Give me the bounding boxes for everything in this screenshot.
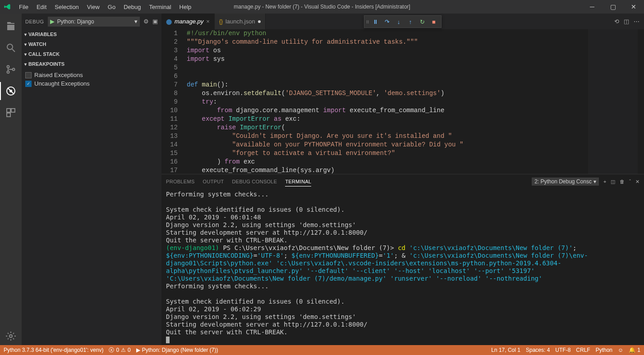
bottom-panel: PROBLEMS OUTPUT DEBUG CONSOLE TERMINAL 2… (161, 174, 644, 345)
status-python-env[interactable]: Python 3.7.3 64-bit ('env-django01': ven… (4, 347, 103, 353)
debug-console-icon[interactable]: ▣ (152, 18, 158, 25)
svg-point-11 (9, 335, 12, 337)
panel-tabs: PROBLEMS OUTPUT DEBUG CONSOLE TERMINAL 2… (161, 174, 644, 189)
panel-tab-terminal[interactable]: TERMINAL (285, 177, 311, 187)
line-gutter: 1234567891011121314151617 (161, 29, 184, 174)
menu-debug[interactable]: Debug (120, 2, 144, 12)
svg-line-1 (12, 49, 15, 52)
terminal-picker[interactable]: 2: Python Debug Consc▾ (532, 178, 599, 186)
tab-manage-py[interactable]: ⬤ manage.py × (161, 14, 215, 29)
kill-terminal-icon[interactable]: 🗑 (620, 179, 625, 184)
menu-bar: File Edit Selection View Go Debug Termin… (15, 2, 195, 12)
compare-changes-icon[interactable]: ⟲ (614, 18, 619, 25)
callstack-label: CALL STACK (28, 51, 60, 57)
breakpoint-raised-exceptions[interactable]: Raised Exceptions (25, 71, 158, 79)
status-line-col[interactable]: Ln 17, Col 1 (491, 347, 520, 353)
breakpoint-uncaught-exceptions[interactable]: ✓ Uncaught Exceptions (25, 79, 158, 88)
checkbox-checked-icon[interactable]: ✓ (25, 81, 32, 87)
tab-launch-json[interactable]: {} launch.json (215, 14, 266, 29)
menu-go[interactable]: Go (104, 2, 119, 12)
window-title: manage.py - New folder (7) - Visual Stud… (234, 4, 410, 10)
maximize-button[interactable]: ▢ (603, 0, 623, 14)
close-button[interactable]: ✕ (623, 0, 644, 14)
python-file-icon: ⬤ (166, 18, 172, 25)
status-language[interactable]: Python (596, 347, 612, 353)
debug-step-into-button[interactable]: ↓ (393, 16, 404, 27)
search-icon[interactable] (0, 39, 22, 57)
terminal-content[interactable]: Performing system checks... System check… (161, 189, 644, 345)
vscode-insiders-logo-icon (4, 3, 12, 11)
watch-label: WATCH (28, 41, 46, 47)
close-panel-icon[interactable]: ✕ (635, 179, 639, 185)
minimap[interactable] (588, 29, 638, 174)
debug-toolbar[interactable]: ⁞⁞ ⏸ ↷ ↓ ↑ ↻ ■ (364, 15, 442, 28)
tab-launch-label: launch.json (225, 18, 255, 25)
status-eol[interactable]: CRLF (576, 347, 590, 353)
status-debug-session[interactable]: ▶ Python: Django (New folder (7)) (136, 347, 218, 353)
menu-terminal[interactable]: Terminal (145, 2, 175, 12)
start-debug-icon[interactable]: ▶ (50, 18, 55, 25)
debug-gear-icon[interactable]: ⚙ (143, 18, 149, 25)
menu-help[interactable]: Help (176, 2, 195, 12)
svg-rect-9 (11, 109, 15, 112)
status-bar: Python 3.7.3 64-bit ('env-django01': ven… (0, 345, 644, 355)
maximize-panel-icon[interactable]: ˆ (629, 179, 631, 184)
chevron-down-icon[interactable]: ▾ (134, 18, 138, 25)
debug-restart-button[interactable]: ↻ (417, 16, 428, 27)
split-editor-icon[interactable]: ◫ (624, 18, 629, 25)
debug-icon[interactable] (0, 82, 22, 100)
code-content[interactable]: #!/usr/bin/env python """Django's comman… (184, 29, 644, 174)
extensions-icon[interactable] (0, 104, 22, 122)
debug-config-picker[interactable]: ▶ Python: Django ▾ (48, 17, 140, 27)
watch-section-header[interactable]: ▾WATCH (22, 39, 161, 49)
minimize-button[interactable]: ─ (582, 0, 603, 14)
svg-point-2 (7, 66, 9, 68)
dirty-indicator-icon (258, 20, 261, 23)
svg-point-7 (9, 90, 12, 92)
split-terminal-icon[interactable]: ◫ (611, 179, 615, 185)
panel-tab-debugconsole[interactable]: DEBUG CONSOLE (232, 177, 277, 186)
panel-tab-problems[interactable]: PROBLEMS (166, 177, 195, 186)
status-problems[interactable]: ⓧ0 ⚠0 (109, 346, 130, 354)
new-terminal-icon[interactable]: + (603, 179, 606, 184)
debug-stop-button[interactable]: ■ (428, 16, 439, 27)
svg-point-0 (7, 44, 13, 50)
explorer-icon[interactable] (0, 17, 22, 35)
svg-point-3 (7, 71, 9, 73)
debug-step-over-button[interactable]: ↷ (382, 16, 392, 27)
debug-config-name: Python: Django (57, 18, 132, 25)
variables-section-header[interactable]: ▾VARIABLES (22, 29, 161, 39)
callstack-section-header[interactable]: ▾CALL STACK (22, 49, 161, 59)
tab-close-icon[interactable]: × (206, 18, 210, 25)
menu-view[interactable]: View (83, 2, 103, 12)
debug-sidebar: DEBUG ▶ Python: Django ▾ ⚙ ▣ ▾VARIABLES … (22, 14, 161, 345)
menu-file[interactable]: File (15, 2, 32, 12)
tab-manage-label: manage.py (175, 18, 203, 25)
breakpoints-section-header[interactable]: ▾BREAKPOINTS (22, 59, 161, 69)
more-actions-icon[interactable]: ⋯ (634, 18, 639, 25)
bp-uncaught-label: Uncaught Exceptions (34, 80, 90, 87)
drag-handle-icon[interactable]: ⁞⁞ (366, 19, 369, 24)
status-indentation[interactable]: Spaces: 4 (526, 347, 550, 353)
svg-rect-8 (7, 109, 10, 112)
status-notifications[interactable]: 🔔 1 (629, 347, 640, 353)
debug-pause-button[interactable]: ⏸ (370, 16, 381, 27)
menu-selection[interactable]: Selection (51, 2, 82, 12)
warning-icon: ⚠ (121, 347, 126, 353)
debug-step-out-button[interactable]: ↑ (405, 16, 416, 27)
source-control-icon[interactable] (0, 60, 22, 78)
svg-point-4 (13, 68, 15, 71)
status-encoding[interactable]: UTF-8 (555, 347, 570, 353)
breakpoints-body: Raised Exceptions ✓ Uncaught Exceptions (22, 69, 161, 90)
menu-edit[interactable]: Edit (33, 2, 50, 12)
activity-bar (0, 14, 22, 345)
panel-tab-output[interactable]: OUTPUT (203, 177, 224, 186)
editor-body[interactable]: 1234567891011121314151617 #!/usr/bin/env… (161, 29, 644, 174)
settings-gear-icon[interactable] (0, 327, 22, 345)
svg-rect-10 (7, 113, 10, 117)
editor-area: ⬤ manage.py × {} launch.json ⟲ ◫ ⋯ ⁞⁞ ⏸ … (161, 14, 644, 345)
breakpoints-label: BREAKPOINTS (28, 61, 64, 67)
debug-viewlet-title: DEBUG (25, 19, 44, 24)
status-feedback-icon[interactable]: ☺ (618, 347, 623, 353)
checkbox-unchecked-icon[interactable] (25, 72, 32, 78)
